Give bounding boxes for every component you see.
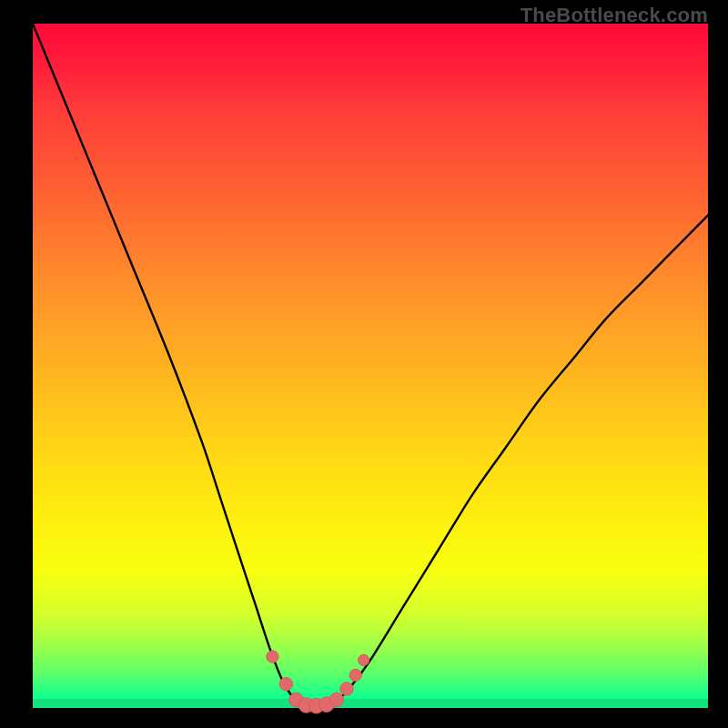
data-marker	[340, 682, 353, 695]
plot-area	[33, 24, 708, 708]
watermark-text: TheBottleneck.com	[521, 4, 708, 27]
chart-svg	[33, 24, 708, 708]
bottleneck-curve	[33, 24, 708, 709]
data-marker	[279, 678, 292, 691]
data-marker	[349, 669, 361, 681]
data-marker	[267, 651, 278, 662]
data-marker	[359, 654, 369, 665]
chart-frame: TheBottleneck.com	[0, 0, 728, 728]
data-marker	[329, 693, 343, 706]
